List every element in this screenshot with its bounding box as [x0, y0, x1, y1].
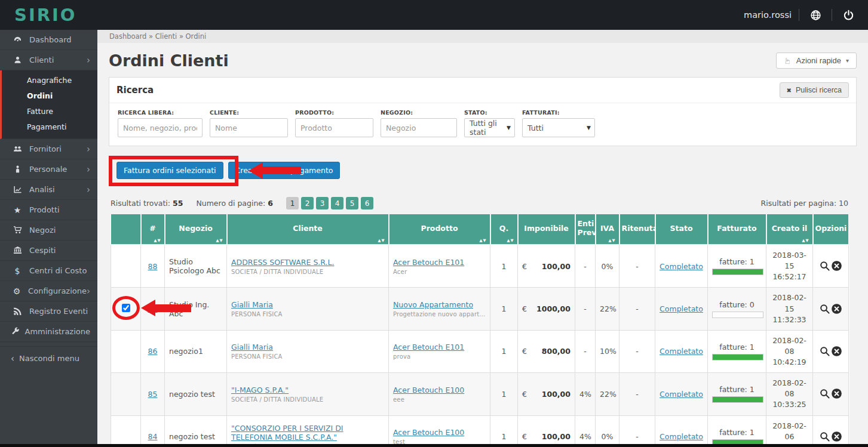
sidebar-item-centri-di-costo[interactable]: $Centri di Costo: [0, 261, 97, 281]
fatturati-select[interactable]: Tutti▼: [522, 118, 595, 137]
enti-prev-cell: -: [575, 245, 596, 288]
breadcrumb-text[interactable]: Dashboard » Clienti » Ordini: [109, 32, 206, 41]
search-field-stato: STATO:Tutti gli stati▼: [464, 109, 515, 137]
page-button-5[interactable]: 5: [346, 197, 358, 209]
cliente-link[interactable]: ADDRESS SOFTWARE S.R.L.: [231, 258, 334, 267]
sort-arrows-icon[interactable]: ▲▼: [507, 238, 514, 243]
username[interactable]: mario.rossi: [744, 10, 792, 20]
view-order-icon[interactable]: [819, 346, 831, 357]
fatture-count: fatture: 1: [712, 257, 762, 266]
delete-order-icon[interactable]: [831, 346, 843, 357]
sidebar-subitem-ordini[interactable]: Ordini: [2, 88, 97, 104]
row-checkbox[interactable]: [122, 304, 130, 312]
stato-cell: Completato: [655, 245, 708, 288]
stato-select[interactable]: Tutti gli stati▼: [464, 118, 515, 137]
currency-symbol: €: [522, 304, 527, 313]
sidebar-item-registro-eventi[interactable]: Registro Eventi: [0, 301, 97, 322]
clear-search-button[interactable]: ✖ Pulisci ricerca: [780, 82, 849, 98]
sidebar-subitem-pagamenti[interactable]: Pagamenti: [2, 119, 97, 135]
globe-icon[interactable]: [806, 6, 824, 24]
cliente-link[interactable]: "I-MAGO S.P.A.": [231, 386, 289, 394]
cliente-link[interactable]: "CONSORZIO PER I SERVIZI DI TELEFONIA MO…: [231, 424, 343, 442]
view-order-icon[interactable]: [819, 388, 831, 400]
sidebar-item-configurazione[interactable]: ⚙Configurazione›: [0, 281, 97, 301]
sidebar-item-clienti[interactable]: Clienti›: [0, 50, 97, 70]
chevron-right-icon: ›: [87, 184, 90, 195]
order-id-link[interactable]: 88: [148, 262, 158, 271]
prodotto-link[interactable]: Acer Betouch E100: [393, 386, 464, 394]
order-id-link[interactable]: 87: [148, 304, 158, 313]
stato-link[interactable]: Completato: [660, 304, 703, 313]
prodotto-link[interactable]: Acer Betouch E101: [393, 258, 464, 267]
page-button-4[interactable]: 4: [331, 197, 343, 209]
sidebar-item-label: Cespiti: [25, 246, 90, 255]
col-header-blank[interactable]: #▲▼: [141, 214, 165, 245]
col-header-creato-il[interactable]: Creato il▲▼: [766, 214, 813, 245]
imponibile-cell: €100,00: [518, 415, 575, 447]
sidebar: DashboardClienti›AnagraficheOrdiniFattur…: [0, 30, 97, 447]
negozio-input[interactable]: [381, 118, 457, 137]
delete-order-icon[interactable]: [831, 303, 843, 315]
delete-order-icon[interactable]: [831, 260, 843, 272]
sidebar-subitem-fatture[interactable]: Fatture: [2, 104, 97, 119]
cliente-input[interactable]: [210, 118, 288, 137]
ricerca-libera-input[interactable]: [118, 118, 203, 137]
creato-il-cell: 2018-02-0810:33:25: [766, 373, 813, 415]
chevron-left-icon: ‹: [11, 353, 14, 364]
sidebar-item-analisi[interactable]: Analisi›: [0, 180, 97, 200]
sidebar-item-personale[interactable]: Personale›: [0, 159, 97, 180]
page-button-1[interactable]: 1: [286, 197, 299, 209]
col-header-q[interactable]: Q.▲▼: [490, 214, 518, 245]
sort-arrows-icon[interactable]: ▲▼: [154, 238, 161, 243]
breadcrumb[interactable]: Dashboard » Clienti » Ordini: [97, 30, 868, 43]
quantita-cell: 1: [490, 415, 518, 447]
stato-link[interactable]: Completato: [660, 347, 703, 356]
quick-actions-button[interactable]: ☞ Azioni rapide ▾: [776, 53, 857, 69]
view-order-icon[interactable]: [819, 303, 831, 315]
page-button-3[interactable]: 3: [316, 197, 329, 209]
invoice-selected-orders-button[interactable]: Fattura ordini selezionati: [116, 162, 223, 179]
delete-order-icon[interactable]: [831, 388, 843, 400]
col-header-cliente[interactable]: Cliente▲▼: [227, 214, 389, 245]
create-payment-button[interactable]: Crea avviso di pagamento: [228, 162, 341, 179]
sort-arrows-icon[interactable]: ▲▼: [609, 238, 616, 243]
view-order-icon[interactable]: [819, 260, 831, 272]
stato-link[interactable]: Completato: [660, 390, 703, 399]
sidebar-subitem-anagrafiche[interactable]: Anagrafiche: [2, 73, 97, 88]
stato-cell: Completato: [655, 288, 708, 330]
prodotto-input[interactable]: [295, 118, 373, 137]
cliente-link[interactable]: Gialli Maria: [231, 300, 273, 309]
cliente-link[interactable]: Gialli Maria: [231, 343, 273, 352]
sort-arrows-icon[interactable]: ▲▼: [802, 238, 809, 243]
sidebar-item-cespiti[interactable]: Cespiti: [0, 241, 97, 261]
power-icon[interactable]: [839, 6, 857, 24]
delete-order-icon[interactable]: [831, 431, 843, 443]
page-button-2[interactable]: 2: [301, 197, 314, 209]
sidebar-item-label: Negozi: [25, 226, 90, 235]
sidebar-item-amministrazione[interactable]: Amministrazione: [0, 322, 97, 342]
user-icon: [10, 56, 25, 64]
page-button-6[interactable]: 6: [361, 197, 373, 209]
sort-arrows-icon[interactable]: ▲▼: [378, 238, 385, 243]
view-order-icon[interactable]: [819, 431, 831, 443]
sort-arrows-icon[interactable]: ▲▼: [480, 238, 487, 243]
sidebar-item-prodotti[interactable]: ★Prodotti: [0, 200, 97, 220]
stato-link[interactable]: Completato: [660, 432, 703, 441]
col-header-prodotto[interactable]: Prodotto▲▼: [389, 214, 490, 245]
prodotto-link[interactable]: Acer Betouch E100: [393, 428, 464, 437]
order-id-link[interactable]: 86: [148, 347, 158, 356]
sidebar-item-dashboard[interactable]: Dashboard: [0, 30, 97, 50]
prodotto-link[interactable]: Acer Betouch E101: [393, 343, 464, 352]
col-header-iva[interactable]: IVA▲▼: [596, 214, 619, 245]
person-icon: [10, 165, 25, 174]
order-id-link[interactable]: 85: [148, 390, 158, 399]
sidebar-item-fornitori[interactable]: Fornitori›: [0, 139, 97, 159]
col-header-negozio[interactable]: Negozio▲▼: [165, 214, 227, 245]
sort-arrows-icon[interactable]: ▲▼: [216, 238, 223, 243]
order-id-link[interactable]: 84: [148, 432, 158, 441]
stato-link[interactable]: Completato: [660, 262, 703, 271]
sidebar-item-negozi[interactable]: Negozi: [0, 220, 97, 241]
prodotto-link[interactable]: Nuovo Appartamento: [393, 300, 473, 309]
hide-menu-button[interactable]: ‹ Nascondi menu: [0, 346, 97, 370]
quantita-cell: 1: [490, 330, 518, 372]
